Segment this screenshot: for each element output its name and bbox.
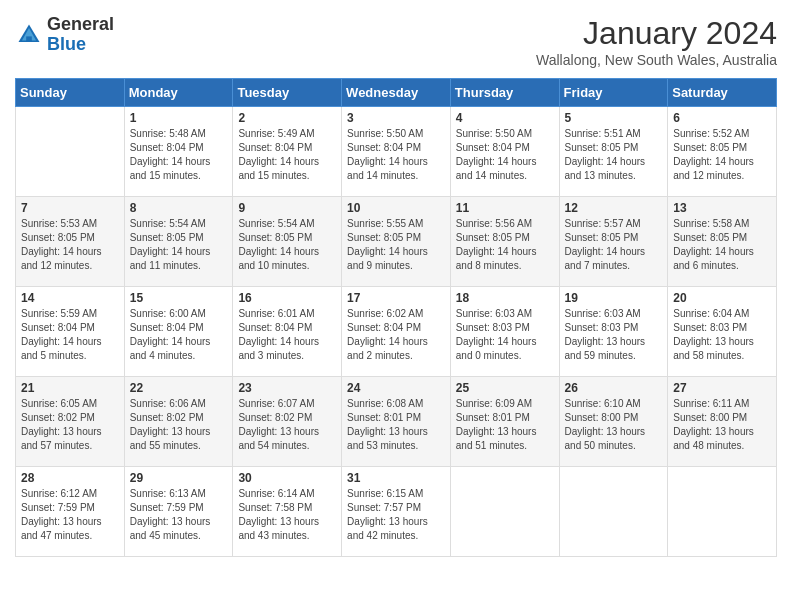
calendar-cell: 4Sunrise: 5:50 AM Sunset: 8:04 PM Daylig… xyxy=(450,107,559,197)
calendar-cell: 17Sunrise: 6:02 AM Sunset: 8:04 PM Dayli… xyxy=(342,287,451,377)
calendar-cell: 3Sunrise: 5:50 AM Sunset: 8:04 PM Daylig… xyxy=(342,107,451,197)
calendar-cell: 31Sunrise: 6:15 AM Sunset: 7:57 PM Dayli… xyxy=(342,467,451,557)
calendar-cell xyxy=(559,467,668,557)
day-info: Sunrise: 6:11 AM Sunset: 8:00 PM Dayligh… xyxy=(673,397,771,453)
day-info: Sunrise: 5:56 AM Sunset: 8:05 PM Dayligh… xyxy=(456,217,554,273)
calendar-week-2: 7Sunrise: 5:53 AM Sunset: 8:05 PM Daylig… xyxy=(16,197,777,287)
calendar-cell: 13Sunrise: 5:58 AM Sunset: 8:05 PM Dayli… xyxy=(668,197,777,287)
calendar-cell: 27Sunrise: 6:11 AM Sunset: 8:00 PM Dayli… xyxy=(668,377,777,467)
day-number: 14 xyxy=(21,291,119,305)
calendar-cell: 29Sunrise: 6:13 AM Sunset: 7:59 PM Dayli… xyxy=(124,467,233,557)
title-block: January 2024 Wallalong, New South Wales,… xyxy=(536,15,777,68)
day-number: 10 xyxy=(347,201,445,215)
day-number: 22 xyxy=(130,381,228,395)
day-number: 20 xyxy=(673,291,771,305)
calendar-cell: 14Sunrise: 5:59 AM Sunset: 8:04 PM Dayli… xyxy=(16,287,125,377)
calendar-cell: 11Sunrise: 5:56 AM Sunset: 8:05 PM Dayli… xyxy=(450,197,559,287)
day-number: 27 xyxy=(673,381,771,395)
day-info: Sunrise: 5:53 AM Sunset: 8:05 PM Dayligh… xyxy=(21,217,119,273)
day-info: Sunrise: 6:15 AM Sunset: 7:57 PM Dayligh… xyxy=(347,487,445,543)
header-row: Sunday Monday Tuesday Wednesday Thursday… xyxy=(16,79,777,107)
month-title: January 2024 xyxy=(536,15,777,52)
col-tuesday: Tuesday xyxy=(233,79,342,107)
day-info: Sunrise: 6:04 AM Sunset: 8:03 PM Dayligh… xyxy=(673,307,771,363)
calendar-cell: 24Sunrise: 6:08 AM Sunset: 8:01 PM Dayli… xyxy=(342,377,451,467)
day-number: 11 xyxy=(456,201,554,215)
day-number: 19 xyxy=(565,291,663,305)
day-number: 4 xyxy=(456,111,554,125)
day-number: 24 xyxy=(347,381,445,395)
day-number: 9 xyxy=(238,201,336,215)
day-number: 16 xyxy=(238,291,336,305)
location-subtitle: Wallalong, New South Wales, Australia xyxy=(536,52,777,68)
logo-line2: Blue xyxy=(47,35,114,55)
calendar-cell: 5Sunrise: 5:51 AM Sunset: 8:05 PM Daylig… xyxy=(559,107,668,197)
day-info: Sunrise: 6:02 AM Sunset: 8:04 PM Dayligh… xyxy=(347,307,445,363)
calendar-cell: 6Sunrise: 5:52 AM Sunset: 8:05 PM Daylig… xyxy=(668,107,777,197)
day-info: Sunrise: 6:14 AM Sunset: 7:58 PM Dayligh… xyxy=(238,487,336,543)
day-number: 23 xyxy=(238,381,336,395)
calendar-week-1: 1Sunrise: 5:48 AM Sunset: 8:04 PM Daylig… xyxy=(16,107,777,197)
day-info: Sunrise: 5:55 AM Sunset: 8:05 PM Dayligh… xyxy=(347,217,445,273)
col-sunday: Sunday xyxy=(16,79,125,107)
calendar-header: Sunday Monday Tuesday Wednesday Thursday… xyxy=(16,79,777,107)
calendar-cell: 26Sunrise: 6:10 AM Sunset: 8:00 PM Dayli… xyxy=(559,377,668,467)
day-number: 29 xyxy=(130,471,228,485)
col-monday: Monday xyxy=(124,79,233,107)
calendar-week-3: 14Sunrise: 5:59 AM Sunset: 8:04 PM Dayli… xyxy=(16,287,777,377)
day-info: Sunrise: 5:54 AM Sunset: 8:05 PM Dayligh… xyxy=(130,217,228,273)
day-info: Sunrise: 6:05 AM Sunset: 8:02 PM Dayligh… xyxy=(21,397,119,453)
calendar-cell: 20Sunrise: 6:04 AM Sunset: 8:03 PM Dayli… xyxy=(668,287,777,377)
day-info: Sunrise: 6:03 AM Sunset: 8:03 PM Dayligh… xyxy=(565,307,663,363)
calendar-table: Sunday Monday Tuesday Wednesday Thursday… xyxy=(15,78,777,557)
day-info: Sunrise: 6:06 AM Sunset: 8:02 PM Dayligh… xyxy=(130,397,228,453)
calendar-week-5: 28Sunrise: 6:12 AM Sunset: 7:59 PM Dayli… xyxy=(16,467,777,557)
calendar-cell: 22Sunrise: 6:06 AM Sunset: 8:02 PM Dayli… xyxy=(124,377,233,467)
calendar-cell: 15Sunrise: 6:00 AM Sunset: 8:04 PM Dayli… xyxy=(124,287,233,377)
calendar-cell: 8Sunrise: 5:54 AM Sunset: 8:05 PM Daylig… xyxy=(124,197,233,287)
day-number: 1 xyxy=(130,111,228,125)
calendar-cell: 25Sunrise: 6:09 AM Sunset: 8:01 PM Dayli… xyxy=(450,377,559,467)
day-info: Sunrise: 5:52 AM Sunset: 8:05 PM Dayligh… xyxy=(673,127,771,183)
logo-text: General Blue xyxy=(47,15,114,55)
day-info: Sunrise: 6:13 AM Sunset: 7:59 PM Dayligh… xyxy=(130,487,228,543)
day-number: 17 xyxy=(347,291,445,305)
day-info: Sunrise: 6:07 AM Sunset: 8:02 PM Dayligh… xyxy=(238,397,336,453)
day-number: 15 xyxy=(130,291,228,305)
day-number: 31 xyxy=(347,471,445,485)
calendar-cell xyxy=(668,467,777,557)
calendar-cell: 23Sunrise: 6:07 AM Sunset: 8:02 PM Dayli… xyxy=(233,377,342,467)
calendar-cell xyxy=(450,467,559,557)
calendar-cell: 19Sunrise: 6:03 AM Sunset: 8:03 PM Dayli… xyxy=(559,287,668,377)
day-info: Sunrise: 5:51 AM Sunset: 8:05 PM Dayligh… xyxy=(565,127,663,183)
day-info: Sunrise: 5:48 AM Sunset: 8:04 PM Dayligh… xyxy=(130,127,228,183)
day-number: 28 xyxy=(21,471,119,485)
calendar-cell: 1Sunrise: 5:48 AM Sunset: 8:04 PM Daylig… xyxy=(124,107,233,197)
day-info: Sunrise: 6:12 AM Sunset: 7:59 PM Dayligh… xyxy=(21,487,119,543)
day-number: 7 xyxy=(21,201,119,215)
page-header: General Blue January 2024 Wallalong, New… xyxy=(15,15,777,68)
calendar-cell xyxy=(16,107,125,197)
day-info: Sunrise: 6:03 AM Sunset: 8:03 PM Dayligh… xyxy=(456,307,554,363)
day-number: 25 xyxy=(456,381,554,395)
col-saturday: Saturday xyxy=(668,79,777,107)
calendar-cell: 21Sunrise: 6:05 AM Sunset: 8:02 PM Dayli… xyxy=(16,377,125,467)
day-info: Sunrise: 5:58 AM Sunset: 8:05 PM Dayligh… xyxy=(673,217,771,273)
day-number: 12 xyxy=(565,201,663,215)
day-number: 21 xyxy=(21,381,119,395)
day-info: Sunrise: 5:50 AM Sunset: 8:04 PM Dayligh… xyxy=(456,127,554,183)
calendar-week-4: 21Sunrise: 6:05 AM Sunset: 8:02 PM Dayli… xyxy=(16,377,777,467)
day-info: Sunrise: 6:00 AM Sunset: 8:04 PM Dayligh… xyxy=(130,307,228,363)
day-number: 26 xyxy=(565,381,663,395)
calendar-body: 1Sunrise: 5:48 AM Sunset: 8:04 PM Daylig… xyxy=(16,107,777,557)
calendar-cell: 18Sunrise: 6:03 AM Sunset: 8:03 PM Dayli… xyxy=(450,287,559,377)
calendar-cell: 28Sunrise: 6:12 AM Sunset: 7:59 PM Dayli… xyxy=(16,467,125,557)
day-number: 8 xyxy=(130,201,228,215)
logo: General Blue xyxy=(15,15,114,55)
day-info: Sunrise: 5:50 AM Sunset: 8:04 PM Dayligh… xyxy=(347,127,445,183)
day-info: Sunrise: 5:57 AM Sunset: 8:05 PM Dayligh… xyxy=(565,217,663,273)
logo-line1: General xyxy=(47,15,114,35)
day-info: Sunrise: 5:49 AM Sunset: 8:04 PM Dayligh… xyxy=(238,127,336,183)
calendar-cell: 2Sunrise: 5:49 AM Sunset: 8:04 PM Daylig… xyxy=(233,107,342,197)
day-info: Sunrise: 6:08 AM Sunset: 8:01 PM Dayligh… xyxy=(347,397,445,453)
